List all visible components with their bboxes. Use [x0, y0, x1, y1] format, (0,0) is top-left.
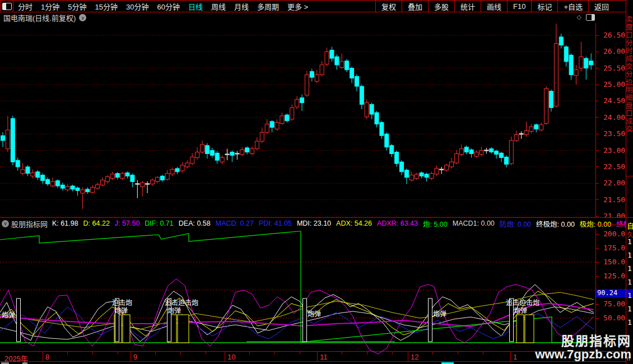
diamond-icon[interactable]: ◇ [577, 13, 581, 21]
price-label: 21.50 [603, 195, 625, 204]
month-tick [131, 352, 131, 361]
price-label: 23.50 [603, 129, 625, 138]
week-tick [458, 352, 458, 354]
toolbar-button-3[interactable]: 统计 [454, 1, 481, 12]
period-tab-7[interactable]: 周线 [211, 1, 226, 12]
period-tab-6[interactable]: 日线 [188, 1, 203, 12]
period-tab-9[interactable]: 多周期 [257, 1, 279, 12]
indicator-tick [595, 234, 599, 235]
toolbar-button-1[interactable]: 叠加 [402, 1, 428, 12]
indicator-field-13: 终极炮: 0.00 [536, 218, 575, 229]
period-tab-0[interactable]: 分时 [18, 1, 32, 12]
indicator-field-1: D: 64.22 [83, 220, 110, 227]
indicator-field-8: ADX: 54.26 [336, 220, 372, 227]
svg-text:追击迫击炮: 追击迫击炮 [165, 298, 198, 307]
top-toolbar: 分时1分钟5分钟15分钟30分钟60分钟日线周线月线多周期更多 > 复权叠加多股… [0, 0, 632, 12]
clipped-digit: 1 [627, 305, 632, 313]
period-tab-8[interactable]: 月线 [234, 1, 249, 12]
price-label: 24.50 [603, 96, 625, 105]
indicator-field-6: PDI: 41.05 [259, 220, 292, 227]
indicator-field-7: MDI: 23.10 [297, 220, 331, 227]
indicator-value-badge: 90.24 [596, 289, 626, 297]
price-label: 26.00 [603, 47, 625, 55]
month-label-4: 12 [411, 353, 418, 361]
main-candlestick-chart[interactable] [0, 23, 595, 217]
period-tab-1[interactable]: 1分钟 [41, 1, 59, 12]
clipped-digit: 1 [627, 264, 632, 273]
period-tab-4[interactable]: 30分钟 [126, 1, 148, 12]
month-tick [225, 352, 225, 361]
divider [626, 176, 633, 176]
watermark-url: www.7gpzb.com [535, 348, 631, 361]
watermark: 股朋指标网 www.7gpzb.com [535, 334, 631, 361]
period-tab-10[interactable]: 更多 > [287, 1, 308, 12]
week-tick [118, 352, 118, 354]
price-label: 24.00 [603, 113, 625, 122]
indicator-axis-label: 75.00 [603, 300, 625, 308]
clipped-digit: 1 [627, 291, 632, 300]
divider [626, 84, 633, 85]
week-tick [67, 352, 68, 354]
svg-text:炮弹: 炮弹 [167, 307, 181, 315]
indicator-header: ∨ 股朋指标网 K: 61.98D: 64.22J: 57.50DIF: 0.7… [0, 217, 626, 229]
indicator-field-3: DIF: 0.71 [145, 220, 173, 227]
period-tab-5[interactable]: 60分钟 [157, 1, 179, 12]
price-label: 25.50 [603, 64, 625, 72]
indicator-tick [595, 276, 599, 277]
indicator-tick [595, 318, 599, 319]
indicator-field-4: DEA: 0.58 [179, 220, 211, 227]
window-layout-icon[interactable] [586, 14, 595, 21]
month-tick [43, 352, 43, 361]
indicator-axis-label: 125.0 [603, 272, 625, 280]
divider [626, 217, 633, 218]
svg-text:炮弹: 炮弹 [2, 311, 15, 319]
indicator-field-5: MACD: 0.27 [216, 220, 254, 227]
period-tab-2[interactable]: 5分钟 [68, 1, 86, 12]
window-split-icon [2, 3, 12, 10]
indicator-tick [595, 248, 599, 249]
indicator-field-2: J: 57.50 [115, 220, 139, 227]
month-label-2: 10 [227, 353, 235, 361]
week-tick [432, 352, 433, 354]
chevron-down-icon[interactable]: ∨ [79, 14, 86, 21]
price-label: 22.50 [603, 162, 625, 171]
week-tick [206, 352, 206, 354]
clipped-digit: 1 [627, 237, 632, 246]
indicator-axis-label: 200.0 [603, 230, 625, 238]
indicator-brand: 股朋指标网 [11, 218, 48, 229]
watermark-brand: 股朋指标网 [535, 334, 631, 348]
trading-terminal: 分时1分钟5分钟15分钟30分钟60分钟日线周线月线多周期更多 > 复权叠加多股… [0, 0, 633, 364]
period-tab-3[interactable]: 15分钟 [95, 1, 117, 12]
price-label: 23.00 [603, 146, 625, 155]
titlebar: 国电南瑞(日线.前复权) ∨ ◇ [0, 13, 626, 22]
indicator-tick [595, 304, 599, 305]
toolbar-button-6[interactable]: 标记 [531, 1, 557, 12]
svg-text:炮弹: 炮弹 [514, 307, 527, 315]
toolbar-button-5[interactable]: F10 [507, 1, 531, 12]
svg-text:炮弹: 炮弹 [114, 307, 128, 315]
week-tick [300, 352, 300, 354]
toolbar-button-2[interactable]: 多股 [428, 1, 454, 12]
divider [626, 130, 633, 130]
week-tick [92, 352, 93, 354]
clipped-right-pane: 卖盘口分时成交分价明细盘口成交 自 久 1111111 n [626, 0, 633, 364]
svg-text:炮弹: 炮弹 [433, 310, 446, 318]
month-tick [510, 352, 511, 361]
divider [626, 25, 633, 25]
toolbar-button-4[interactable]: 画线 [481, 1, 507, 12]
app-menu-button[interactable] [1, 1, 13, 12]
toolbar-button-8[interactable]: 返回 [588, 1, 615, 12]
svg-text:炮弹: 炮弹 [308, 310, 321, 318]
stock-title: 国电南瑞(日线.前复权) [3, 12, 76, 23]
clipped-bottom-row [0, 362, 633, 364]
chevron-circle-icon[interactable]: ∨ [2, 220, 9, 227]
toolbar-button-0[interactable]: 复权 [375, 1, 402, 12]
clipped-digit: 1 [627, 318, 632, 326]
indicator-field-10: 炮: 5.00 [423, 218, 448, 229]
month-tick [317, 352, 318, 361]
toolbar-button-7[interactable]: +自选 [557, 1, 588, 12]
price-label: 25.00 [603, 80, 625, 88]
indicator-axis-label: 50.00 [603, 314, 625, 322]
week-tick [483, 352, 483, 354]
indicator-field-9: ADXR: 63.43 [377, 220, 418, 227]
